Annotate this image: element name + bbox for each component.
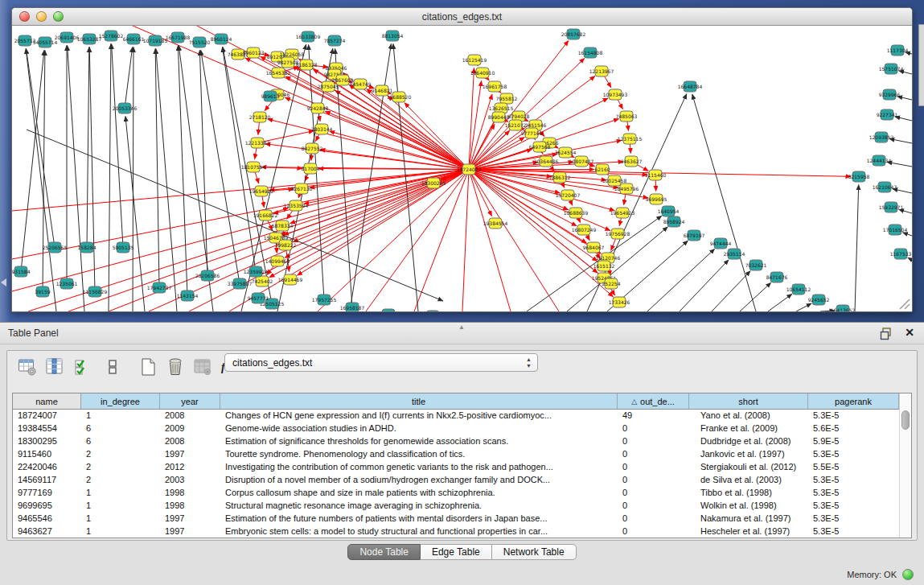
table-panel-header[interactable]: Table Panel ▲ ✕ xyxy=(0,323,924,344)
graph-node[interactable]: 8958924 xyxy=(663,216,685,227)
graph-node[interactable]: 7515520 xyxy=(189,37,211,47)
graph-node[interactable]: 1235061 xyxy=(56,278,78,289)
graph-node[interactable]: 9227341 xyxy=(877,109,898,120)
graph-node[interactable]: 10973493 xyxy=(603,89,628,100)
select-column-icon[interactable] xyxy=(43,356,67,377)
graph-node[interactable]: 1733426 xyxy=(609,297,630,307)
graph-node[interactable]: 12823448 xyxy=(421,311,446,311)
select-rows-check-icon[interactable] xyxy=(70,356,94,377)
table-row[interactable]: 1938455462009Genome-wide association stu… xyxy=(13,422,911,435)
graph-node[interactable]: 62160 xyxy=(594,164,610,175)
graph-node[interactable]: 10719185 xyxy=(143,35,168,46)
graph-node[interactable]: 20206586 xyxy=(195,270,220,281)
graph-node[interactable]: 9777169 xyxy=(521,128,543,138)
graph-node[interactable]: 3998222 xyxy=(275,240,297,250)
graph-node[interactable]: 12093852 xyxy=(869,132,894,142)
graph-node[interactable]: 15688520 xyxy=(387,92,412,102)
graph-node[interactable]: 16125419 xyxy=(462,55,487,65)
table-row[interactable]: 1456911722003Disruption of a novel membe… xyxy=(13,474,911,487)
resize-grip-icon[interactable] xyxy=(900,299,910,309)
collapse-panel-arrow-icon[interactable] xyxy=(1,278,6,286)
table-settings-icon[interactable] xyxy=(15,356,39,377)
graph-node[interactable]: 1143154 xyxy=(177,290,199,301)
graph-node[interactable]: 9474444 xyxy=(710,238,732,249)
graph-node[interactable]: 20857682 xyxy=(561,29,586,39)
graph-node[interactable]: 15932971 xyxy=(879,202,904,212)
graph-node[interactable]: 25206565 xyxy=(43,242,68,253)
graph-node[interactable]: 16648784 xyxy=(678,81,703,92)
graph-node[interactable]: 16545382 xyxy=(266,68,291,78)
table-row[interactable]: 911546021997Tourette syndrome. Phenomeno… xyxy=(13,448,911,461)
column-header-name[interactable]: name xyxy=(13,393,81,409)
close-panel-icon[interactable]: ✕ xyxy=(905,326,914,339)
graph-node[interactable]: 17957255 xyxy=(312,295,337,305)
tab-edge-table[interactable]: Edge Table xyxy=(421,544,492,560)
graph-node[interactable]: 16782759 xyxy=(376,309,401,311)
graph-node[interactable]: 7425402 xyxy=(252,276,273,286)
column-header-pagerank[interactable]: pagerank xyxy=(808,393,899,409)
graph-node[interactable]: 8471676 xyxy=(766,272,788,282)
window-titlebar[interactable]: citations_edges.txt xyxy=(12,8,912,26)
graph-node[interactable]: 16210643 xyxy=(873,182,897,192)
graph-node[interactable]: 18107554 xyxy=(241,162,266,172)
table-row[interactable]: 2242004622012Investigating the contribut… xyxy=(13,461,911,474)
vertical-scrollbar[interactable] xyxy=(899,393,911,538)
graph-node[interactable]: 19384554 xyxy=(483,218,508,229)
graph-node[interactable]: 5878334 xyxy=(272,220,294,231)
graph-node[interactable]: 2718120 xyxy=(249,112,271,122)
graph-node[interactable]: 12375115 xyxy=(618,134,643,144)
graph-node[interactable]: 8813054 xyxy=(382,31,404,41)
citation-network-graph[interactable]: 1872400716125419186409101696175879558121… xyxy=(12,26,912,311)
network-table-selector[interactable]: citations_edges.txt ▲▼ xyxy=(224,353,538,372)
tab-network-table[interactable]: Network Table xyxy=(492,544,577,560)
column-header-short[interactable]: short xyxy=(689,393,808,409)
graph-node[interactable]: 15278602 xyxy=(99,31,124,41)
graph-node[interactable]: 12444134 xyxy=(867,155,892,166)
graph-node[interactable]: 16033809 xyxy=(296,31,321,42)
graph-node[interactable]: 7485063 xyxy=(616,111,638,122)
graph-node[interactable]: 15720407 xyxy=(556,190,581,200)
graph-node[interactable]: 3624554 xyxy=(555,147,577,158)
graph-node[interactable]: 1640954 xyxy=(658,206,680,216)
graph-node[interactable]: 18495796 xyxy=(614,183,639,194)
graph-node[interactable]: 33975887 xyxy=(228,278,253,289)
graph-node[interactable]: 931584 xyxy=(12,266,31,277)
graph-node[interactable]: 19166822 xyxy=(253,210,278,220)
graph-node[interactable]: 8427552 xyxy=(302,143,323,154)
column-header-in-degree[interactable]: in_degree xyxy=(81,393,160,409)
graph-node[interactable]: 39159 xyxy=(35,286,50,297)
new-table-document-icon[interactable] xyxy=(136,356,160,377)
graph-node[interactable]: 10688639 xyxy=(564,208,589,218)
graph-node[interactable]: 7032621 xyxy=(745,260,767,270)
tab-node-table[interactable]: Node Table xyxy=(347,544,421,560)
delete-table-icon-disabled[interactable] xyxy=(191,356,215,377)
node-table[interactable]: namein_degreeyeartitle△out_de...shortpag… xyxy=(12,393,912,538)
column-header-title[interactable]: title xyxy=(220,393,618,409)
graph-node[interactable]: 7857274 xyxy=(324,35,346,46)
graph-node[interactable]: 14099469 xyxy=(265,256,290,266)
table-row[interactable]: 946362711997Embryonic stem cells: a mode… xyxy=(13,525,911,538)
row-boxes-icon[interactable] xyxy=(101,356,125,377)
graph-node[interactable]: 252254 xyxy=(602,278,621,289)
graph-node[interactable]: 1615132 xyxy=(593,261,615,271)
graph-node[interactable]: 12353594 xyxy=(284,200,309,211)
delete-trash-icon[interactable] xyxy=(163,356,187,377)
graph-node[interactable]: 11156829 xyxy=(83,286,108,297)
graph-node[interactable]: 10654112 xyxy=(786,284,811,295)
graph-node[interactable]: 16958187 xyxy=(340,303,365,311)
graph-node[interactable]: 6497568 xyxy=(529,142,551,152)
graph-node[interactable]: 8215958 xyxy=(848,171,870,182)
table-row[interactable]: 969969511998Structural magnetic resonanc… xyxy=(13,500,911,513)
graph-node[interactable]: 9242848 xyxy=(307,103,329,113)
graph-node[interactable]: 817004 xyxy=(302,163,320,174)
column-header-year[interactable]: year xyxy=(160,393,220,409)
graph-node[interactable]: 16413652 xyxy=(831,305,856,311)
graph-node[interactable]: 12213967 xyxy=(589,66,614,76)
zoom-window-icon[interactable] xyxy=(53,11,64,22)
graph-node[interactable]: 2875045 xyxy=(318,81,339,92)
graph-node[interactable]: 15751074 xyxy=(879,64,904,74)
table-row[interactable]: 946554611997Estimation of the future num… xyxy=(13,513,911,525)
graph-node[interactable]: 12213383 xyxy=(245,138,270,148)
graph-node[interactable]: 19756928 xyxy=(606,229,630,239)
close-window-icon[interactable] xyxy=(19,11,30,22)
